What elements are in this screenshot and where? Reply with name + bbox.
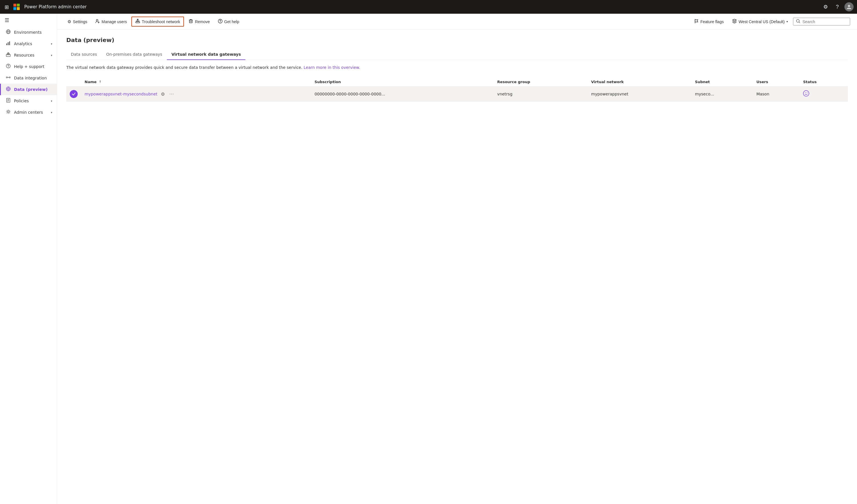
row-status-cell — [800, 87, 848, 102]
svg-line-45 — [799, 22, 800, 23]
sidebar-item-resources[interactable]: Resources ▾ — [0, 49, 57, 61]
search-icon — [796, 19, 800, 24]
manage-users-button[interactable]: Manage users — [92, 17, 131, 26]
sidebar-item-policies-label: Policies — [14, 99, 48, 103]
sidebar: ☰ Environments Analytics ▾ — [0, 14, 57, 504]
settings-button-label: Settings — [73, 19, 87, 24]
sidebar-item-policies[interactable]: Policies ▾ — [0, 95, 57, 106]
sidebar-item-analytics[interactable]: Analytics ▾ — [0, 38, 57, 49]
get-help-icon — [218, 19, 222, 24]
get-help-button[interactable]: Get help — [215, 17, 243, 26]
get-help-button-label: Get help — [224, 19, 239, 24]
svg-rect-11 — [6, 54, 10, 56]
troubleshoot-network-button[interactable]: Troubleshoot network — [131, 17, 184, 27]
table-col-name-label: Name — [85, 80, 97, 84]
row-gear-button[interactable]: ⚙ — [160, 91, 166, 97]
table-header-resource-group: Resource group — [494, 78, 588, 87]
toolbar: ⚙ Settings Manage users — [57, 14, 857, 30]
search-input[interactable] — [803, 19, 847, 24]
analytics-icon — [5, 41, 11, 47]
data-table: Name ↑ Subscription Resource group Virtu… — [66, 78, 848, 102]
table-row[interactable]: mypowerappsvnet-mysecondsubnet ⚙ ··· 000… — [66, 87, 848, 102]
sidebar-item-analytics-label: Analytics — [14, 41, 48, 46]
sidebar-item-data-integration-label: Data integration — [14, 76, 52, 80]
table-header-users: Users — [753, 78, 800, 87]
sidebar-item-help-support[interactable]: Help + support — [0, 61, 57, 72]
row-name-cell: mypowerappsvnet-mysecondsubnet ⚙ ··· — [81, 87, 311, 102]
admin-centers-chevron-icon: ▾ — [51, 111, 52, 114]
table-header-check — [66, 78, 81, 87]
settings-button[interactable]: ⚙ Settings — [64, 17, 91, 26]
table-header: Name ↑ Subscription Resource group Virtu… — [66, 78, 848, 87]
table-header-subnet: Subnet — [692, 78, 753, 87]
manage-users-icon — [96, 19, 100, 24]
feature-flags-button[interactable]: Feature flags — [691, 17, 727, 26]
manage-users-button-label: Manage users — [102, 19, 127, 24]
sidebar-toggle[interactable]: ☰ — [0, 14, 57, 27]
row-resource-group-cell: vnetrsg — [494, 87, 588, 102]
sidebar-item-data-preview-label: Data (preview) — [14, 87, 52, 92]
settings-toolbar-icon: ⚙ — [67, 19, 71, 24]
resources-icon — [5, 52, 11, 58]
row-users-cell: Mason — [753, 87, 800, 102]
learn-more-link[interactable]: Learn more in this overview. — [304, 65, 360, 70]
svg-rect-13 — [8, 53, 9, 54]
help-icon-button[interactable]: ? — [834, 3, 841, 11]
sidebar-item-data-preview[interactable]: Data (preview) — [0, 84, 57, 95]
tab-data-sources-label: Data sources — [71, 52, 97, 56]
description-text: The virtual network data gateway provide… — [66, 65, 848, 71]
troubleshoot-network-button-label: Troubleshoot network — [142, 19, 180, 24]
sidebar-item-help-label: Help + support — [14, 64, 52, 69]
svg-point-46 — [803, 90, 809, 96]
sidebar-item-admin-centers[interactable]: Admin centers ▾ — [0, 106, 57, 118]
avatar[interactable] — [844, 2, 854, 12]
region-button[interactable]: West Central US (Default) ▾ — [729, 17, 791, 26]
svg-rect-0 — [13, 4, 16, 6]
tabs: Data sources On-premises data gateways V… — [66, 49, 848, 60]
row-selected-icon — [70, 90, 78, 98]
data-preview-icon — [5, 87, 11, 92]
app-title: Power Platform admin center — [24, 4, 87, 10]
row-status-icon — [803, 91, 809, 98]
row-name-text[interactable]: mypowerappsvnet-mysecondsubnet — [85, 92, 157, 96]
svg-rect-31 — [136, 22, 140, 23]
waffle-menu-icon[interactable]: ⊞ — [3, 3, 10, 11]
svg-point-15 — [8, 67, 9, 67]
svg-point-16 — [6, 77, 7, 78]
svg-rect-2 — [13, 7, 16, 10]
tab-virtual-network[interactable]: Virtual network data gateways — [167, 49, 246, 60]
remove-icon — [188, 19, 193, 24]
topbar: ⊞ Power Platform admin center ⚙ ? — [0, 0, 857, 14]
data-integration-icon — [5, 75, 11, 81]
row-subscription-cell: 00000000-0000-0000-0000-0000... — [311, 87, 494, 102]
sidebar-item-resources-label: Resources — [14, 53, 48, 57]
table-header-subscription: Subscription — [311, 78, 494, 87]
settings-icon-button[interactable]: ⚙ — [821, 3, 830, 11]
troubleshoot-network-icon — [135, 19, 140, 24]
tab-on-premises[interactable]: On-premises data gateways — [102, 49, 167, 60]
page-title: Data (preview) — [66, 37, 848, 44]
feature-flags-button-label: Feature flags — [701, 19, 724, 24]
svg-point-30 — [96, 19, 98, 21]
region-button-label: West Central US (Default) — [738, 19, 785, 24]
admin-centers-icon — [5, 110, 11, 115]
tab-data-sources[interactable]: Data sources — [66, 49, 102, 60]
page-content: Data (preview) Data sources On-premises … — [57, 30, 857, 108]
description-content: The virtual network data gateway provide… — [66, 65, 302, 70]
region-chevron-icon: ▾ — [787, 20, 788, 23]
row-check-cell — [66, 87, 81, 102]
sidebar-item-data-integration[interactable]: Data integration — [0, 72, 57, 84]
microsoft-logo — [13, 4, 20, 10]
main-content: ⚙ Settings Manage users — [57, 14, 857, 504]
remove-button[interactable]: Remove — [185, 17, 213, 26]
resources-chevron-icon: ▾ — [51, 54, 52, 57]
sidebar-item-admin-centers-label: Admin centers — [14, 110, 48, 115]
row-more-button[interactable]: ··· — [168, 91, 175, 97]
svg-point-48 — [807, 92, 807, 93]
row-virtual-network-cell: mypowerappsvnet — [588, 87, 691, 102]
row-subnet-cell: myseco... — [692, 87, 753, 102]
sidebar-item-environments[interactable]: Environments — [0, 27, 57, 38]
main-layout: ☰ Environments Analytics ▾ — [0, 14, 857, 504]
tab-virtual-network-label: Virtual network data gateways — [171, 52, 241, 56]
table-header-virtual-network: Virtual network — [588, 78, 691, 87]
